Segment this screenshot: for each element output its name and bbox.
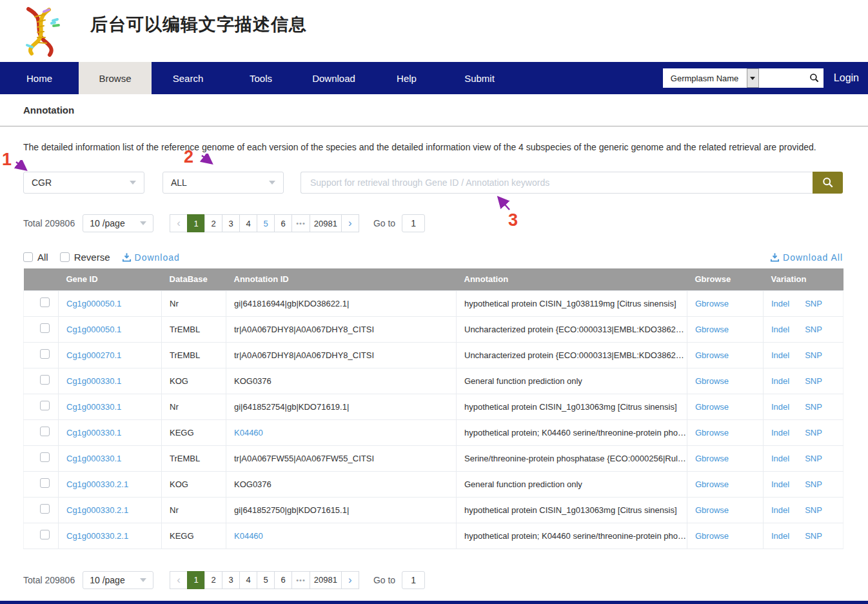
goto-page-input[interactable] [402, 214, 425, 232]
row-checkbox[interactable] [40, 349, 50, 359]
pager-page-4[interactable]: 4 [239, 571, 257, 589]
gbrowse-link[interactable]: Gbrowse [695, 479, 729, 489]
row-checkbox[interactable] [40, 401, 50, 410]
gene-id-link[interactable]: Cg1g000050.1 [66, 325, 121, 334]
page-size-select[interactable]: 10 /page [83, 571, 153, 589]
gbrowse-link[interactable]: Gbrowse [695, 531, 729, 541]
genome-select[interactable]: CGR [23, 172, 144, 194]
pager-page-3[interactable]: 3 [222, 571, 240, 589]
table-row: Cg1g000270.1TrEMBLtr|A0A067DHY8|A0A067DH… [24, 342, 843, 368]
pager-page-3[interactable]: 3 [222, 214, 240, 232]
gbrowse-link[interactable]: Gbrowse [695, 454, 729, 463]
pager-page-2[interactable]: 2 [204, 214, 222, 232]
row-checkbox[interactable] [40, 323, 50, 333]
snp-link[interactable]: SNP [805, 531, 822, 541]
snp-link[interactable]: SNP [805, 454, 822, 463]
gene-id-link[interactable]: Cg1g000330.1 [66, 402, 121, 412]
indel-link[interactable]: Indel [771, 299, 789, 308]
gbrowse-link[interactable]: Gbrowse [695, 325, 729, 334]
gene-id-link[interactable]: Cg1g000330.2.1 [66, 479, 128, 489]
pager-page-5[interactable]: 5 [257, 214, 275, 232]
search-icon[interactable] [809, 73, 820, 83]
pager-prev-button[interactable]: ‹ [170, 571, 188, 589]
pager-ellipsis[interactable]: ••• [291, 214, 310, 232]
pager-page-1[interactable]: 1 [187, 571, 205, 589]
reverse-checkbox[interactable] [60, 252, 70, 262]
database-select[interactable]: ALL [163, 172, 284, 194]
pager-page-5[interactable]: 5 [257, 571, 275, 589]
snp-link[interactable]: SNP [805, 479, 822, 489]
search-category-select[interactable]: Germplasm Name [663, 68, 747, 88]
row-checkbox[interactable] [40, 375, 50, 385]
pager-page-4[interactable]: 4 [239, 214, 257, 232]
row-checkbox[interactable] [40, 297, 50, 307]
gene-id-link[interactable]: Cg1g000330.2.1 [66, 505, 128, 515]
indel-link[interactable]: Indel [771, 479, 789, 489]
indel-link[interactable]: Indel [771, 454, 789, 463]
pager-page-2[interactable]: 2 [204, 571, 222, 589]
database-cell: Nr [162, 394, 226, 419]
nav-search-input[interactable] [765, 74, 809, 83]
download-button[interactable]: Download [122, 252, 180, 263]
pager-page-20981[interactable]: 20981 [310, 571, 342, 589]
login-button[interactable]: Login [834, 72, 859, 84]
chevron-down-icon [140, 578, 146, 582]
gene-id-link[interactable]: Cg1g000330.2.1 [66, 531, 128, 541]
snp-link[interactable]: SNP [805, 505, 822, 515]
search-category-caret-button[interactable] [747, 68, 759, 88]
snp-link[interactable]: SNP [805, 376, 822, 386]
row-checkbox[interactable] [40, 530, 50, 539]
gbrowse-link[interactable]: Gbrowse [695, 350, 729, 360]
snp-link[interactable]: SNP [805, 350, 822, 360]
select-all-label: All [37, 252, 48, 263]
annotation-id-link[interactable]: K04460 [234, 531, 263, 541]
indel-link[interactable]: Indel [771, 325, 789, 334]
pager-page-6[interactable]: 6 [274, 214, 292, 232]
indel-link[interactable]: Indel [771, 531, 789, 541]
annotation-id-link[interactable]: K04460 [234, 428, 263, 438]
pager-prev-button[interactable]: ‹ [170, 214, 188, 232]
annotation-search-input[interactable] [301, 172, 813, 194]
page-size-select[interactable]: 10 /page [83, 214, 153, 232]
gene-id-link[interactable]: Cg1g000330.1 [66, 454, 121, 463]
gbrowse-link[interactable]: Gbrowse [695, 428, 729, 438]
indel-link[interactable]: Indel [771, 376, 789, 386]
search-button[interactable] [813, 172, 843, 194]
snp-link[interactable]: SNP [805, 402, 822, 412]
nav-item-submit[interactable]: Submit [443, 62, 516, 94]
download-all-button[interactable]: Download All [770, 252, 843, 263]
pager-page-6[interactable]: 6 [274, 571, 292, 589]
nav-item-help[interactable]: Help [370, 62, 443, 94]
nav-item-browse[interactable]: Browse [79, 62, 152, 94]
indel-link[interactable]: Indel [771, 402, 789, 412]
nav-item-search[interactable]: Search [152, 62, 224, 94]
gene-id-link[interactable]: Cg1g000330.1 [66, 428, 121, 438]
gbrowse-link[interactable]: Gbrowse [695, 505, 729, 515]
gbrowse-link[interactable]: Gbrowse [695, 402, 729, 412]
nav-item-tools[interactable]: Tools [224, 62, 297, 94]
gene-id-link[interactable]: Cg1g000050.1 [66, 299, 121, 308]
nav-item-home[interactable]: Home [0, 62, 79, 94]
row-checkbox[interactable] [40, 452, 50, 462]
pager-ellipsis[interactable]: ••• [291, 571, 310, 589]
nav-item-download[interactable]: Download [297, 62, 370, 94]
row-checkbox[interactable] [40, 478, 50, 488]
snp-link[interactable]: SNP [805, 325, 822, 334]
select-all-checkbox[interactable] [23, 252, 33, 262]
pager-next-button[interactable]: › [341, 571, 359, 589]
snp-link[interactable]: SNP [805, 428, 822, 438]
indel-link[interactable]: Indel [771, 428, 789, 438]
indel-link[interactable]: Indel [771, 350, 789, 360]
row-checkbox[interactable] [40, 504, 50, 514]
gene-id-link[interactable]: Cg1g000270.1 [66, 350, 121, 360]
indel-link[interactable]: Indel [771, 505, 789, 515]
pager-next-button[interactable]: › [341, 214, 359, 232]
gbrowse-link[interactable]: Gbrowse [695, 376, 729, 386]
gene-id-link[interactable]: Cg1g000330.1 [66, 376, 121, 386]
snp-link[interactable]: SNP [805, 299, 822, 308]
pager-page-20981[interactable]: 20981 [310, 214, 342, 232]
row-checkbox[interactable] [40, 427, 50, 436]
pager-page-1[interactable]: 1 [187, 214, 205, 232]
goto-page-input[interactable] [402, 571, 425, 589]
gbrowse-link[interactable]: Gbrowse [695, 299, 729, 308]
